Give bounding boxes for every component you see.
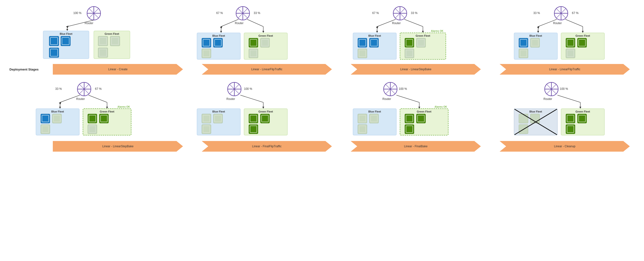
router-label-7: Router xyxy=(382,97,391,101)
svg-line-170 xyxy=(396,95,419,102)
alarms-ok-5: Alarms OK xyxy=(118,106,130,108)
svg-line-90 xyxy=(566,19,583,27)
svg-line-145 xyxy=(240,95,263,102)
pct-left-3: 67 % xyxy=(372,11,379,15)
stage-banner-2: Linear - LinearFlipTraffic xyxy=(202,64,332,75)
svg-marker-119 xyxy=(59,107,61,109)
svg-rect-200 xyxy=(519,114,528,123)
diagram-1: 100 % Router Blue Fleet xyxy=(10,5,159,60)
svg-text:Blue Fleet: Blue Fleet xyxy=(60,32,72,35)
router-label-3: Router xyxy=(392,22,401,25)
svg-text:33 %: 33 % xyxy=(55,87,62,91)
diagram-7: 100 % Router Blue Fleet Alarms OK Green xyxy=(326,81,476,136)
router-label-4: Router xyxy=(553,22,562,25)
svg-text:Blue Fleet: Blue Fleet xyxy=(530,34,542,37)
svg-marker-33 xyxy=(220,31,222,33)
stage-banner-1: Linear - Create xyxy=(53,64,183,75)
svg-text:Blue Fleet: Blue Fleet xyxy=(212,110,225,113)
diagram-8: 100 % Router Blue Fleet Green Fleet xyxy=(485,81,634,136)
pct-left-4: 33 % xyxy=(533,11,540,15)
svg-text:Green Fleet: Green Fleet xyxy=(258,34,273,37)
svg-line-120 xyxy=(88,95,107,102)
alarms-ok-7: Alarms OK xyxy=(435,106,447,108)
pct-left-2: 67 % xyxy=(216,11,223,15)
router-label-6: Router xyxy=(226,97,235,101)
diagram-3-svg: 67 % 33 % Router Blue Fleet xyxy=(348,5,454,60)
svg-text:100 %: 100 % xyxy=(560,87,568,91)
stage-banner-7: Linear - FinalBake xyxy=(350,141,481,152)
diagram-3: 67 % 33 % Router Blue Fleet xyxy=(326,5,476,60)
pct-right-2: 33 % xyxy=(254,11,260,15)
svg-text:Blue Fleet: Blue Fleet xyxy=(212,34,225,37)
diagram-5-svg: 33 % 67 % Router Blue Fleet xyxy=(31,81,137,136)
router-label-5: Router xyxy=(76,97,85,101)
stage-banner-6: Linear - FinalFlipTraffic xyxy=(202,141,332,152)
main-container: 100 % Router Blue Fleet xyxy=(0,0,644,155)
diagram-5: 33 % 67 % Router Blue Fleet xyxy=(10,81,159,136)
diagram-6-svg: 100 % Router Blue Fleet Green Fleet xyxy=(192,81,294,136)
svg-text:Green Fleet: Green Fleet xyxy=(105,32,119,35)
pct-right-4: 67 % xyxy=(572,11,579,15)
svg-text:Blue Fleet: Blue Fleet xyxy=(51,110,64,113)
pct-right-3: 33 % xyxy=(411,11,418,15)
diagram-2-svg: 67 % 33 % Router Blue Fleet xyxy=(192,5,294,60)
svg-text:Green Fleet: Green Fleet xyxy=(576,34,590,37)
stage-banner-4: Linear - LinearFlipTraffic xyxy=(500,64,630,75)
diagram-7-svg: 100 % Router Blue Fleet Alarms OK Green xyxy=(348,81,454,136)
deployment-stages-label: Deployment Stages xyxy=(5,68,44,71)
router-label-2: Router xyxy=(235,22,244,25)
svg-text:100 %: 100 % xyxy=(399,87,407,91)
stage-banner-8: Linear - Cleanup xyxy=(500,141,630,152)
svg-marker-64 xyxy=(422,31,424,33)
svg-marker-89 xyxy=(537,31,539,33)
svg-text:67 %: 67 % xyxy=(95,87,102,91)
svg-marker-197 xyxy=(580,107,581,109)
stage-banner-5: Linear - LinearStepBake xyxy=(53,141,183,152)
alarms-ok-3: Alarms OK xyxy=(431,30,444,32)
svg-text:Blue Fleet: Blue Fleet xyxy=(368,34,381,37)
svg-text:100 %: 100 % xyxy=(244,87,252,91)
diagram-4: 33 % 67 % Router Blue Fleet xyxy=(485,5,634,60)
svg-marker-8 xyxy=(66,29,68,31)
stage-banner-3: Linear - LinearStepBake xyxy=(350,64,481,75)
svg-line-34 xyxy=(247,19,263,27)
top-diagrams-row: 100 % Router Blue Fleet xyxy=(0,3,644,63)
svg-marker-61 xyxy=(376,31,378,33)
diagram-1-svg: 100 % Router Blue Fleet xyxy=(36,5,132,60)
svg-text:Blue Fleet: Blue Fleet xyxy=(368,110,381,113)
svg-text:Green Fleet: Green Fleet xyxy=(576,110,590,113)
diagram-8-svg: 100 % Router Blue Fleet Green Fleet xyxy=(509,81,610,136)
svg-marker-147 xyxy=(262,107,264,109)
svg-marker-172 xyxy=(418,107,420,109)
svg-text:Green Fleet: Green Fleet xyxy=(417,110,432,113)
diagram-2: 67 % 33 % Router Blue Fleet xyxy=(168,5,318,60)
svg-marker-36 xyxy=(262,31,264,33)
svg-text:Green Fleet: Green Fleet xyxy=(258,110,273,113)
svg-marker-122 xyxy=(106,107,108,109)
svg-line-62 xyxy=(404,19,423,27)
pct-left-1: 100 % xyxy=(73,11,82,15)
router-label-8: Router xyxy=(544,97,552,101)
diagram-6: 100 % Router Blue Fleet Green Fleet xyxy=(168,81,318,136)
svg-text:Green Fleet: Green Fleet xyxy=(416,34,430,37)
svg-line-195 xyxy=(558,95,580,102)
svg-text:Green Fleet: Green Fleet xyxy=(100,110,114,113)
diagram-4-svg: 33 % 67 % Router Blue Fleet xyxy=(509,5,610,60)
bottom-diagrams-row: 33 % 67 % Router Blue Fleet xyxy=(0,78,644,139)
svg-marker-92 xyxy=(582,31,584,33)
svg-text:Blue Fleet: Blue Fleet xyxy=(530,110,542,113)
